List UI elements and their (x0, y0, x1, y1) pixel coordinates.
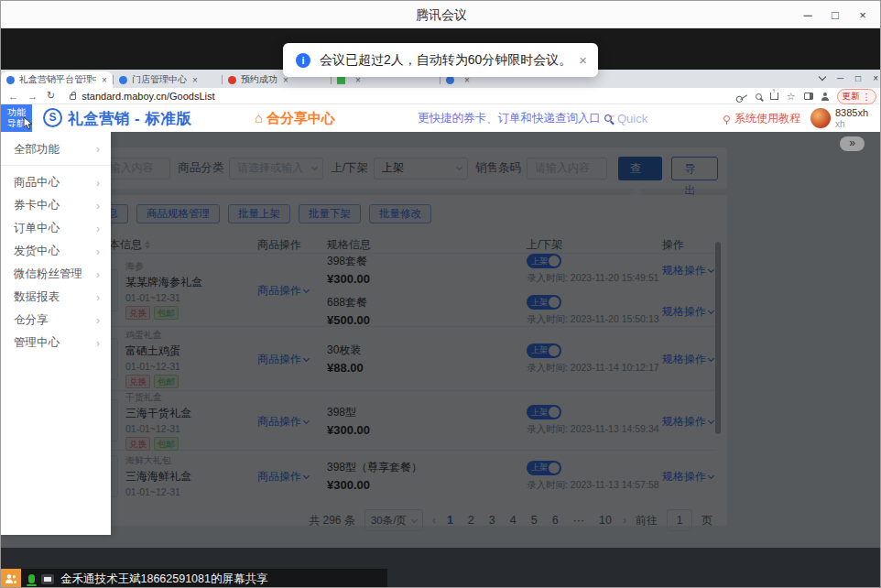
meeting-titlebar: 腾讯会议 ─ □ × (1, 1, 881, 28)
tab-favicon-blue-circle (6, 76, 15, 84)
side-panel-icon[interactable] (804, 93, 813, 100)
chevron-right-icon: › (96, 245, 100, 258)
promo-text: 更快捷的券卡、订单和快递查询入口 (418, 112, 601, 125)
browser-minimize-icon[interactable]: ─ (837, 73, 843, 83)
key-icon[interactable] (739, 93, 747, 100)
share-banner-text: 金禾通技术王斌18662591081的屏幕共享 (60, 572, 267, 587)
tutorial-label: 系统使用教程 (734, 111, 800, 126)
sidebar-item-label: 全部功能 (14, 142, 60, 158)
sidebar-item-label: 商品中心 (14, 175, 60, 191)
tab-close-icon[interactable]: × (192, 75, 198, 85)
microphone-icon[interactable] (28, 574, 35, 583)
sidebar-item[interactable]: 全部功能› (1, 136, 111, 163)
chevron-right-icon: › (96, 223, 100, 235)
expand-panel-button[interactable]: » (840, 136, 865, 151)
sidebar-item-label: 订单中心 (14, 221, 60, 236)
sidebar-item-label: 券卡中心 (14, 198, 60, 213)
chevron-right-icon: › (96, 177, 100, 190)
sidebar-item-label: 微信粉丝管理 (14, 267, 82, 282)
screenshare-icon (41, 574, 54, 584)
close-icon[interactable]: × (849, 1, 876, 28)
meeting-title: 腾讯会议 (1, 7, 881, 24)
user-avatar[interactable] (810, 108, 831, 128)
chevron-right-icon: › (96, 291, 100, 304)
tab-label: 门店管理中心 (132, 73, 187, 86)
tab-favicon-blue-circle (119, 76, 127, 84)
tab-favicon-red-circle (228, 76, 236, 84)
sidebar-item[interactable]: 微信粉丝管理› (1, 263, 111, 286)
addressbar-actions: ☆ 更新 ⋮ (739, 88, 876, 104)
lock-icon (70, 94, 76, 100)
tab-label: 预约成功 (241, 73, 277, 86)
share-status-pill: 金禾通技术王斌18662591081的屏幕共享 (21, 569, 387, 588)
chevron-down-icon[interactable] (819, 72, 826, 80)
sidebar-item[interactable]: 管理中心› (1, 332, 111, 354)
brand-logo-icon: S (43, 108, 62, 127)
user-tag: xh (835, 119, 845, 129)
share-center-link[interactable]: ⌂合分享中心 (255, 104, 335, 132)
bottom-letterbox (1, 548, 881, 569)
tutorial-link[interactable]: 系统使用教程 (723, 104, 800, 132)
window-controls: ─ □ × (794, 1, 876, 28)
browser-window-controls: ─ □ × (820, 70, 878, 86)
meeting-toast: i 会议已超过2人，自动转为60分钟限时会议。 × (283, 43, 598, 77)
sidebar-item[interactable]: 订单中心› (1, 217, 111, 240)
shared-browser: 礼盒营销平台管理中心×门店管理中心×预约成功××× ─ □ × ← → ↻ st… (1, 70, 881, 548)
sidebar-item-label: 数据报表 (14, 289, 60, 305)
screen-share-bar: 金禾通技术王斌18662591081的屏幕共享 (1, 569, 881, 588)
chevron-right-icon: › (96, 200, 100, 212)
page-area: 关键词 请输入内容 商品分类 请选择或输入 上/下架 上架 销售条码 请输入内容… (1, 132, 881, 548)
sidebar-item[interactable]: 数据报表› (1, 286, 111, 309)
sidebar-item[interactable]: 券卡中心› (1, 194, 111, 217)
sidebar-item[interactable]: 仓分享› (1, 309, 111, 332)
profile-icon[interactable] (821, 93, 829, 100)
address-bar: ← → ↻ standard.maboy.cn/GoodsList ☆ 更新 ⋮ (1, 88, 881, 104)
browser-tab[interactable]: 礼盒营销平台管理中心× (1, 71, 113, 88)
update-label: 更新 (843, 91, 860, 103)
maximize-icon[interactable]: □ (821, 1, 849, 28)
mouse-cursor-icon (23, 117, 34, 130)
zoom-icon[interactable] (756, 93, 762, 100)
sidebar-item-label: 管理中心 (14, 335, 60, 351)
sidebar-item[interactable]: 发货中心› (1, 240, 111, 263)
bookmark-star-icon[interactable]: ☆ (787, 91, 796, 103)
browser-update-button[interactable]: 更新 ⋮ (837, 89, 877, 104)
tab-close-icon[interactable]: × (102, 75, 107, 85)
menu-dots-icon: ⋮ (863, 92, 872, 102)
info-icon: i (296, 53, 310, 68)
chevron-right-icon: › (96, 314, 100, 327)
share-center-label: 合分享中心 (266, 110, 335, 125)
browser-maximize-icon[interactable]: □ (855, 73, 861, 83)
chevron-right-icon: › (96, 143, 100, 156)
browser-close-icon[interactable]: × (873, 73, 878, 83)
user-name: 8385xh (835, 107, 868, 118)
reload-icon[interactable]: ↻ (47, 90, 55, 102)
chevron-right-icon: › (96, 337, 100, 350)
nav-dropdown-panel: 全部功能›商品中心›券卡中心›订单中心›发货中心›微信粉丝管理›数据报表›仓分享… (1, 132, 111, 535)
search-icon (604, 114, 612, 122)
quick-search-input[interactable]: Quick (604, 104, 647, 132)
search-placeholder: Quick (617, 112, 647, 125)
bulb-icon (723, 115, 730, 122)
meeting-window: 腾讯会议 ─ □ × 礼盒营销平台管理中心×门店管理中心×预约成功××× ─ □… (0, 0, 881, 588)
house-icon: ⌂ (255, 110, 263, 125)
back-icon[interactable]: ← (8, 91, 18, 102)
chevron-right-icon: › (96, 268, 100, 281)
sidebar-item[interactable]: 商品中心› (1, 171, 111, 194)
url-text[interactable]: standard.maboy.cn/GoodsList (82, 91, 214, 102)
participants-icon[interactable] (1, 569, 21, 588)
sidebar-divider (1, 165, 111, 166)
brand-title: 礼盒营销 - 标准版 (68, 104, 191, 132)
forward-icon[interactable]: → (27, 91, 38, 102)
promo-link[interactable]: 更快捷的券卡、订单和快递查询入口☞ (418, 104, 615, 132)
share-icon[interactable] (770, 93, 778, 100)
toast-close-icon[interactable]: × (571, 52, 587, 68)
minimize-icon[interactable]: ─ (794, 1, 821, 28)
toast-message: 会议已超过2人，自动转为60分钟限时会议。 (320, 52, 571, 69)
dim-overlay[interactable] (1, 132, 881, 548)
sidebar-item-label: 发货中心 (14, 244, 60, 259)
tab-label: 礼盒营销平台管理中心 (19, 73, 96, 86)
browser-tab[interactable]: 门店管理中心× (114, 71, 222, 88)
app-header: 功能 导航 S 礼盒营销 - 标准版 ⌂合分享中心 更快捷的券卡、订单和快递查询… (1, 104, 881, 132)
sidebar-item-label: 仓分享 (14, 312, 49, 328)
